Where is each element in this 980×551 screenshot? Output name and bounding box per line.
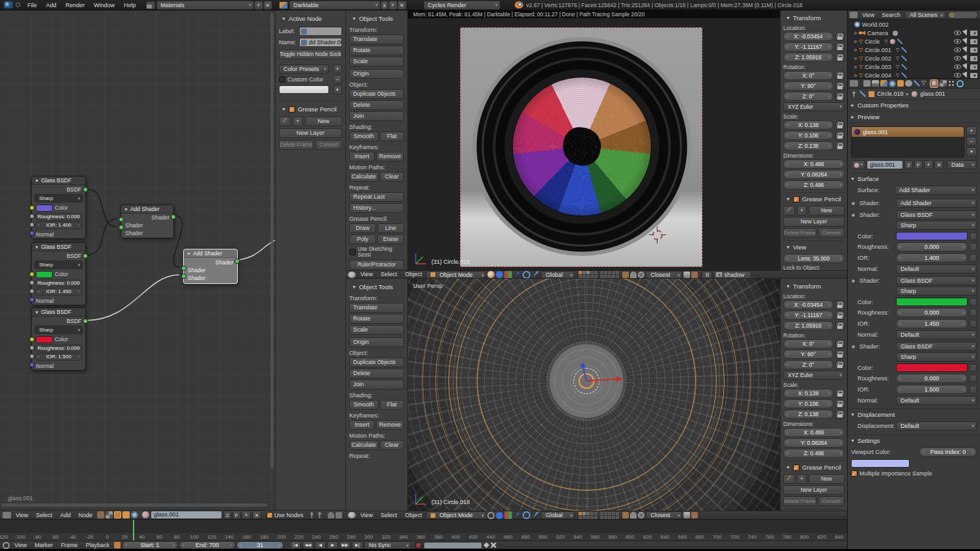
rot-y-field[interactable]: Y: 90° bbox=[783, 350, 833, 359]
gp-delete-frame-button[interactable]: Delete Frame bbox=[783, 228, 816, 238]
eye-icon[interactable] bbox=[954, 73, 961, 78]
menu-frame[interactable]: Frame bbox=[57, 541, 81, 550]
lock-icon[interactable] bbox=[835, 360, 844, 369]
material-users-button[interactable]: 2 bbox=[223, 511, 231, 519]
socket-default-button[interactable] bbox=[970, 233, 977, 240]
end-frame-field[interactable]: End: 700 bbox=[179, 541, 235, 549]
input-socket-ior[interactable] bbox=[29, 354, 35, 359]
color-swatch[interactable] bbox=[896, 232, 968, 240]
input-socket-roughness[interactable] bbox=[29, 345, 35, 350]
menu-render[interactable]: Render bbox=[61, 0, 90, 10]
play-reverse-button[interactable]: ◀ bbox=[315, 541, 326, 549]
manipulator-scale-icon[interactable] bbox=[532, 271, 540, 279]
jump-to-start-button[interactable]: |◀ bbox=[290, 541, 301, 549]
rotate-button[interactable]: Rotate bbox=[349, 46, 404, 55]
output-socket-bsdf[interactable] bbox=[83, 187, 88, 192]
sketch-session-checkbox[interactable] bbox=[349, 249, 356, 255]
flat-button[interactable]: Flat bbox=[380, 400, 404, 410]
menu-view[interactable]: View bbox=[357, 270, 376, 279]
gp-erase-button[interactable]: Erase bbox=[377, 234, 404, 244]
snap-icon[interactable] bbox=[328, 512, 334, 518]
shader-select[interactable]: Glass BSDF bbox=[896, 276, 977, 285]
start-frame-field[interactable]: Start: 1 bbox=[122, 541, 178, 549]
tab-constraints-icon[interactable] bbox=[905, 80, 912, 87]
join-button[interactable]: Join bbox=[349, 380, 404, 389]
render-anim-icon[interactable] bbox=[691, 272, 698, 278]
socket-default-button[interactable] bbox=[970, 386, 977, 393]
lock-icon[interactable] bbox=[835, 350, 844, 359]
rot-z-field[interactable]: Z: 0° bbox=[783, 360, 833, 369]
delete-button[interactable]: Delete bbox=[349, 369, 404, 378]
input-socket-shader-1[interactable] bbox=[119, 217, 124, 222]
render-anim-icon[interactable] bbox=[691, 512, 698, 518]
gp-new-button[interactable]: New bbox=[809, 474, 844, 484]
panel-collapse-icon[interactable]: ▼ bbox=[786, 197, 790, 201]
selectable-icon[interactable] bbox=[962, 38, 970, 45]
panel-collapse-icon[interactable]: ▼ bbox=[786, 465, 790, 470]
material-users-button[interactable]: 2 bbox=[904, 160, 913, 169]
input-socket-roughness[interactable] bbox=[29, 214, 35, 219]
sync-mode-select[interactable]: No Sync bbox=[364, 541, 411, 549]
rot-x-field[interactable]: X: 0° bbox=[783, 339, 833, 348]
material-name-field[interactable]: glass.001 bbox=[151, 511, 222, 519]
orientation-select[interactable]: Global bbox=[541, 271, 575, 279]
material-slot-active[interactable]: glass.001 bbox=[852, 127, 964, 137]
eye-icon[interactable] bbox=[954, 31, 961, 35]
surface-select[interactable]: Add Shader bbox=[895, 186, 977, 195]
lock-icon[interactable] bbox=[835, 300, 844, 309]
viewport-shading-icon[interactable] bbox=[487, 271, 495, 278]
tab-object-icon[interactable] bbox=[897, 80, 904, 87]
h-scrollbar[interactable] bbox=[1, 503, 267, 507]
tab-texture-icon[interactable] bbox=[940, 80, 947, 87]
color-swatch[interactable] bbox=[896, 298, 968, 306]
menu-add[interactable]: Add bbox=[57, 511, 74, 520]
current-frame-field[interactable]: 31 bbox=[237, 541, 283, 549]
material-unlink-button[interactable]: ✕ bbox=[252, 511, 261, 519]
distribution-select[interactable]: Sharp bbox=[896, 221, 977, 230]
socket-default-button[interactable] bbox=[970, 320, 977, 328]
roughness-field[interactable]: 0.000 bbox=[896, 374, 968, 383]
node-name-field[interactable]: dd Shader.001 bbox=[299, 38, 342, 47]
material-add-button[interactable]: + bbox=[924, 160, 933, 169]
tab-data-icon[interactable]: ▽ bbox=[921, 79, 929, 87]
calculate-paths-button[interactable]: Calculate bbox=[349, 172, 379, 182]
editor-type-icon[interactable] bbox=[850, 12, 857, 18]
panel-collapse-icon[interactable]: ▼ bbox=[352, 16, 356, 21]
viewport-wireframe[interactable]: User Persp (31) Circle.018 bbox=[408, 279, 780, 511]
dim-y-field[interactable]: Y: 0.08264 bbox=[783, 170, 844, 179]
outliner-row-circle-001[interactable]: ▽ Circle.001 ▽ bbox=[854, 46, 979, 54]
slot-remove-button[interactable]: − bbox=[966, 137, 977, 146]
loc-z-field[interactable]: Z: 1.05916 bbox=[783, 53, 833, 62]
ior-field[interactable]: IOR: 1.500 bbox=[35, 353, 83, 361]
insert-keyframe-button[interactable]: Insert bbox=[349, 152, 375, 162]
lock-icon[interactable] bbox=[835, 92, 844, 101]
smooth-button[interactable]: Smooth bbox=[349, 132, 379, 141]
scene-add-button[interactable]: + bbox=[388, 1, 397, 10]
texture-type-icon[interactable] bbox=[114, 511, 121, 518]
input-socket-ior[interactable] bbox=[29, 222, 35, 227]
loc-x-field[interactable]: X: -0.03454 bbox=[783, 300, 833, 309]
eye-icon[interactable] bbox=[954, 48, 961, 52]
translate-button[interactable]: Translate bbox=[349, 35, 404, 44]
lock-view-icon[interactable] bbox=[622, 272, 629, 278]
eye-icon[interactable] bbox=[954, 56, 961, 61]
custom-color-checkbox[interactable] bbox=[279, 76, 285, 83]
panel-collapse-icon[interactable]: ▼ bbox=[281, 16, 286, 21]
dim-z-field[interactable]: Z: 0.486 bbox=[783, 180, 844, 190]
rotation-mode-select[interactable]: XYZ Euler bbox=[783, 102, 844, 111]
shader-select[interactable]: Add Shader bbox=[896, 199, 977, 208]
panel-collapse-icon[interactable]: ▼ bbox=[850, 177, 855, 181]
ior-field[interactable]: IOR: 1.400 bbox=[35, 221, 83, 229]
input-socket-color[interactable] bbox=[29, 272, 35, 277]
viewport-color-swatch[interactable] bbox=[851, 459, 910, 468]
axis-manipulator-arrows[interactable] bbox=[571, 363, 642, 403]
outliner-row-world[interactable]: World.002 bbox=[854, 20, 979, 29]
lock-icon[interactable] bbox=[835, 32, 844, 41]
gp-draw-button[interactable]: Draw bbox=[349, 223, 376, 233]
dim-x-field[interactable]: X: 0.486 bbox=[783, 160, 844, 169]
material-add-button[interactable]: + bbox=[242, 511, 251, 519]
render-opengl-icon[interactable] bbox=[684, 512, 690, 518]
socket-default-button[interactable] bbox=[970, 254, 977, 262]
editor-type-icon[interactable] bbox=[850, 80, 858, 87]
gp-convert-button[interactable]: Convert bbox=[818, 228, 844, 238]
